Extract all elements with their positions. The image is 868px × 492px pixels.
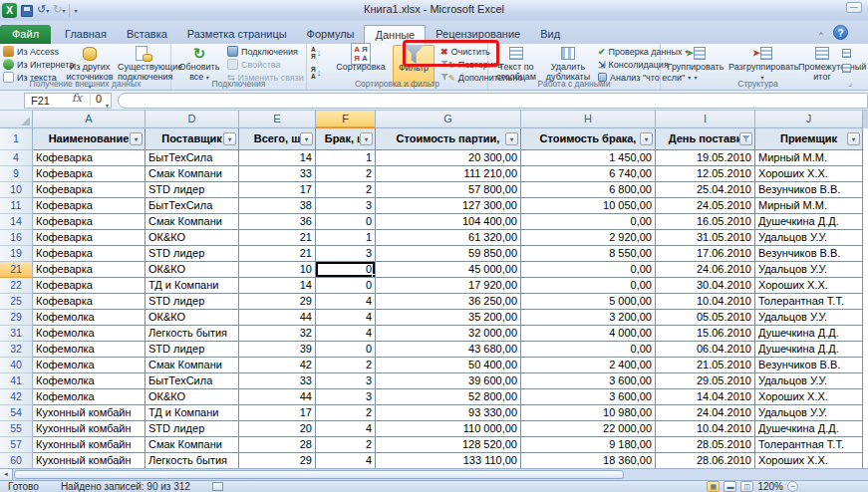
group-button[interactable]: ➤ Группировать▾: [665, 45, 726, 83]
cell[interactable]: 3: [316, 246, 376, 262]
cell[interactable]: Удальцов У.У.: [755, 373, 863, 389]
cell[interactable]: Удальцов У.У.: [755, 262, 863, 278]
cell[interactable]: Душечкина Д.Д.: [755, 214, 863, 230]
cell[interactable]: 39: [239, 342, 316, 358]
row-number[interactable]: 4: [0, 150, 33, 166]
show-detail-button[interactable]: [842, 47, 851, 60]
cell[interactable]: 22 000,00: [521, 421, 656, 437]
horizontal-scrollbar[interactable]: ◄: [0, 468, 868, 480]
cell[interactable]: Кухонный комбайн: [33, 421, 145, 437]
tab-file[interactable]: Файл: [0, 25, 51, 44]
filter-dropdown-icon[interactable]: ▾: [640, 132, 653, 145]
cell[interactable]: 127 300,00: [376, 198, 521, 214]
header-cell[interactable]: Поставщик▾: [145, 128, 239, 150]
cell[interactable]: Кухонный комбайн: [33, 437, 145, 453]
remove-duplicates-button[interactable]: Удалить дубликаты: [542, 45, 594, 82]
view-page-layout-icon[interactable]: ▬: [723, 481, 736, 492]
cell[interactable]: 36 250,00: [376, 294, 521, 310]
cell[interactable]: 06.04.2010: [656, 342, 755, 358]
cell[interactable]: Душечкина Д.Д.: [755, 326, 863, 342]
hide-detail-button[interactable]: [842, 62, 851, 75]
cell[interactable]: Кофеварка: [33, 150, 145, 166]
cell[interactable]: 24.05.2010: [656, 198, 755, 214]
filter-dropdown-icon[interactable]: ▾: [360, 132, 373, 145]
cell[interactable]: 2: [316, 437, 376, 453]
cell[interactable]: 32: [239, 326, 316, 342]
cell[interactable]: 4: [316, 453, 376, 468]
cell[interactable]: 16.05.2010: [656, 214, 755, 230]
column-letter-G[interactable]: G: [376, 111, 521, 128]
cell[interactable]: Кухонный комбайн: [33, 453, 145, 468]
cell[interactable]: Везунчиков В.В.: [755, 182, 863, 198]
cell[interactable]: Толерантная Т.Т.: [755, 437, 863, 453]
cell[interactable]: 14.04.2010: [656, 389, 755, 405]
cell[interactable]: 42: [239, 358, 316, 373]
row-number[interactable]: 29: [0, 310, 33, 326]
cell[interactable]: 28.06.2010: [656, 453, 755, 468]
cell[interactable]: 8 550,00: [521, 246, 656, 262]
cell[interactable]: STD лидер: [145, 421, 239, 437]
cell[interactable]: 15.06.2010: [656, 326, 755, 342]
text-to-columns-button[interactable]: Текст по столбцам: [492, 45, 540, 82]
cell[interactable]: 10 050,00: [521, 198, 656, 214]
cell[interactable]: 4: [316, 421, 376, 437]
sort-ascending-button[interactable]: АЯ↓: [311, 47, 321, 60]
row-number[interactable]: 60: [0, 453, 33, 468]
cell[interactable]: 6 800,00: [521, 182, 656, 198]
scroll-left-icon[interactable]: ◄: [0, 469, 13, 480]
cell[interactable]: ОК&КО: [145, 262, 239, 278]
cell[interactable]: 1 450,00: [521, 150, 656, 166]
cell[interactable]: 52 800,00: [376, 389, 521, 405]
cell[interactable]: Смак Компани: [145, 166, 239, 182]
formula-input[interactable]: [118, 93, 868, 109]
cell[interactable]: 110 000,00: [376, 421, 521, 437]
cell[interactable]: 3: [316, 389, 376, 405]
column-letter-F[interactable]: F: [316, 111, 376, 128]
row-number[interactable]: 14: [0, 214, 33, 230]
cell[interactable]: Хороших Х.Х.: [755, 453, 863, 468]
cell[interactable]: 93 330,00: [376, 405, 521, 421]
row-number[interactable]: 54: [0, 405, 33, 421]
cell[interactable]: 28: [239, 437, 316, 453]
cell[interactable]: 2 400,00: [521, 358, 656, 373]
cell[interactable]: Везунчиков В.В.: [755, 358, 863, 373]
zoom-level[interactable]: 120%: [757, 481, 783, 492]
cell[interactable]: Кухонный комбайн: [33, 405, 145, 421]
cell[interactable]: 0: [316, 278, 376, 294]
tab-главная[interactable]: Главная: [55, 25, 117, 44]
select-all-button[interactable]: [0, 111, 33, 128]
macro-record-icon[interactable]: [212, 482, 223, 491]
cell[interactable]: 17: [239, 405, 316, 421]
cell[interactable]: Хороших Х.Х.: [755, 389, 863, 405]
cell[interactable]: 3 600,00: [521, 373, 656, 389]
cell[interactable]: 17 920,00: [376, 278, 521, 294]
cell[interactable]: Кофемолка: [33, 389, 145, 405]
row-number[interactable]: 19: [0, 246, 33, 262]
row-number[interactable]: 16: [0, 230, 33, 246]
cell[interactable]: 20 300,00: [376, 150, 521, 166]
cell[interactable]: Кофеварка: [33, 246, 145, 262]
cell[interactable]: Толерантная Т.Т.: [755, 294, 863, 310]
header-cell[interactable]: Всего, ш▾: [239, 128, 316, 150]
row-number[interactable]: 21: [0, 262, 33, 278]
sort-button[interactable]: АЯЯА Сортировка: [329, 45, 393, 73]
cell[interactable]: Кофеварка: [33, 278, 145, 294]
cell[interactable]: 24.04.2010: [656, 405, 755, 421]
filter-dropdown-icon[interactable]: ▾: [130, 132, 143, 145]
cell[interactable]: STD лидер: [145, 342, 239, 358]
cell[interactable]: 32 000,00: [376, 326, 521, 342]
cell[interactable]: 0,00: [521, 262, 656, 278]
header-cell[interactable]: Стоимость брака,▾: [521, 128, 656, 150]
cell[interactable]: STD лидер: [145, 246, 239, 262]
cell[interactable]: Хороших Х.Х.: [755, 166, 863, 182]
cell[interactable]: ТД и Компани: [145, 278, 239, 294]
row-number[interactable]: 25: [0, 294, 33, 310]
cell[interactable]: ТД и Компани: [145, 405, 239, 421]
collapse-ribbon-icon[interactable]: ^: [814, 27, 828, 40]
cell[interactable]: Кофеварка: [33, 166, 145, 182]
subtotal-button[interactable]: Промежуточный итог: [798, 45, 846, 82]
tab-вставка[interactable]: Вставка: [117, 25, 177, 44]
row-number[interactable]: 41: [0, 373, 33, 389]
cell[interactable]: Хороших Х.Х.: [755, 278, 863, 294]
row-number[interactable]: 11: [0, 198, 33, 214]
